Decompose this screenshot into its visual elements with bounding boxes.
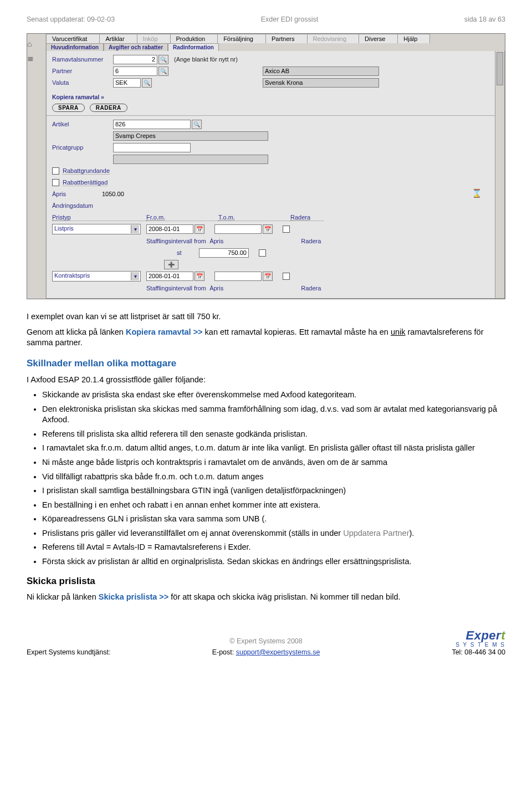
paragraph-3: Ni klickar på länken Skicka prislista >>… <box>27 592 505 603</box>
label-staffling-1: Stafflingsintervall from Àpris <box>146 238 223 244</box>
artikel-lookup-icon[interactable]: 🔍 <box>192 120 202 129</box>
rabattberattigad-checkbox[interactable] <box>52 179 59 186</box>
ramavtal-lookup-icon[interactable]: 🔍 <box>158 55 168 64</box>
radera-button[interactable]: RADERA <box>90 104 127 112</box>
label-valuta: Valuta <box>52 79 113 86</box>
list-item: I ramavtalet ska fr.o.m. datum alltid an… <box>42 443 505 454</box>
label-rabattgrundande: Rabattgrundande <box>63 167 110 175</box>
scrollbar-thumb[interactable] <box>497 52 503 85</box>
kopiera-ramavtal-link[interactable]: Kopiera ramavtal » <box>52 94 104 100</box>
tab-radinformation[interactable]: Radinformation <box>168 43 219 51</box>
tom-input-1[interactable] <box>214 224 262 234</box>
footer-copyright: © Expert Systems 2008 <box>149 637 383 645</box>
list-item: Första skick av prislistan är alltid en … <box>42 556 505 567</box>
pricatgrupp-input[interactable] <box>113 143 191 152</box>
valuta-lookup-icon[interactable]: 🔍 <box>142 78 152 88</box>
menu-diverse[interactable]: Diverse <box>359 34 398 43</box>
artikel-input[interactable]: 826 <box>113 120 191 129</box>
heading-skillnader: Skillnader mellan olika mottagare <box>27 357 505 370</box>
footer-tel: Tel: 08-446 34 00 <box>383 648 505 656</box>
heading-skicka-prislista: Skicka prislista <box>27 575 505 588</box>
tom-cal-icon-2[interactable]: 📅 <box>263 272 273 281</box>
home-icon[interactable]: ⌂ <box>27 39 45 48</box>
col-radera: Radera <box>290 214 324 221</box>
tab-avgifter[interactable]: Avgifter och rabatter <box>104 43 168 51</box>
label-artikel: Artikel <box>52 121 113 127</box>
add-staffling-icon[interactable]: ➕ <box>164 260 178 269</box>
label-radera-2b: Radera <box>301 285 321 291</box>
staff-radera-checkbox-1[interactable] <box>259 249 266 257</box>
paragraph-2: Genom att klicka på länken Kopiera ramav… <box>27 327 505 349</box>
footer-email: E-post: support@expertsystems.se <box>149 648 383 656</box>
tom-cal-icon-1[interactable]: 📅 <box>263 224 273 234</box>
menu-partners[interactable]: Partners <box>265 34 308 43</box>
label-partner: Partner <box>52 68 113 74</box>
document-body: I exemplet ovan kan vi se att listpriset… <box>27 311 505 603</box>
from-cal-icon-2[interactable]: 📅 <box>195 272 204 281</box>
partner-lookup-icon[interactable]: 🔍 <box>158 66 168 76</box>
list-item: Referens till Avtal = Avtals-ID = Ramavt… <box>42 542 505 553</box>
form-area: ⌛ Ramavtalsnummer 2 🔍 (Ange blankt för n… <box>46 51 505 299</box>
radera-checkbox-2[interactable] <box>283 273 290 280</box>
label-radera-1b: Radera <box>301 238 321 244</box>
list-icon[interactable]: ≣ <box>27 54 45 63</box>
menu-inkop[interactable]: Inköp <box>137 34 171 43</box>
list-item: Den elektroniska prislistan ska skickas … <box>42 404 505 426</box>
list-item: Ni måste ange både listpris och kontrakt… <box>42 457 505 468</box>
uppdatera-partner-text: Uppdatera Partner <box>343 529 409 538</box>
page-header: Senast uppdaterat: 09-02-03 Exder EDI gr… <box>27 16 505 23</box>
menu-hjalp[interactable]: Hjälp <box>397 34 430 43</box>
ramavtal-input[interactable]: 2 <box>113 55 157 64</box>
bullet-list: Skickande av prislista ska endast ske ef… <box>42 390 505 567</box>
from-input-2[interactable]: 2008-01-01 <box>146 272 193 281</box>
intro-line: I Axfood ESAP 20.1.4 grossistflöde gälle… <box>27 375 505 386</box>
staff-apris-input-1[interactable]: 750.00 <box>199 248 249 258</box>
col-pristyp: Pristyp <box>52 214 146 221</box>
tab-huvudinformation[interactable]: Huvudinformation <box>46 43 104 51</box>
ramavtal-note: (Ange blankt för nytt nr) <box>174 56 238 63</box>
from-cal-icon-1[interactable]: 📅 <box>195 224 204 234</box>
menu-produktion[interactable]: Produktion <box>170 34 218 43</box>
valuta-input[interactable]: SEK <box>113 78 141 88</box>
label-st: st <box>177 249 199 256</box>
menu-varucertifikat[interactable]: Varucertifikat <box>46 34 100 43</box>
page-footer: Expert Systems kundtjänst: © Expert Syst… <box>27 628 505 656</box>
menu-forsaljning[interactable]: Försäljning <box>217 34 266 43</box>
footer-left: Expert Systems kundtjänst: <box>27 648 149 656</box>
menu-redovisning[interactable]: Redovisning <box>307 34 360 43</box>
col-from: Fr.o.m. <box>146 214 218 221</box>
pristyp-select-1[interactable]: Listpris <box>52 224 141 234</box>
app-window: ⌂ ≣ Varucertifikat Artiklar Inköp Produk… <box>27 33 505 299</box>
hourglass-icon: ⌛ <box>472 188 482 198</box>
footer-email-link[interactable]: support@expertsystems.se <box>236 648 320 656</box>
scrollbar[interactable] <box>495 51 504 298</box>
radera-checkbox-1[interactable] <box>283 226 290 233</box>
spara-button[interactable]: SPARA <box>52 104 85 112</box>
col-tom: T.o.m. <box>218 214 290 221</box>
apris-value: 1050.00 <box>102 191 124 197</box>
menu-artiklar[interactable]: Artiklar <box>99 34 137 43</box>
partner-id-input[interactable]: 6 <box>113 66 157 76</box>
list-item: I prislistan skall samtliga beställnings… <box>42 485 505 497</box>
expert-logo: Expert S Y S T E M S <box>383 628 505 648</box>
list-item: Skickande av prislista ska endast ske ef… <box>42 390 505 401</box>
label-andringsdatum: Ändringsdatum <box>52 202 113 209</box>
from-input-1[interactable]: 2008-01-01 <box>146 224 193 234</box>
app-left-gutter: ⌂ ≣ <box>27 34 46 299</box>
label-staffling-2: Stafflingsintervall from Àpris <box>146 285 223 291</box>
list-item: Referens till prislista ska alltid refer… <box>42 429 505 440</box>
list-item: En beställning i en enhet och rabatt i e… <box>42 500 505 511</box>
skicka-prislista-inline-link: Skicka prislista >> <box>99 592 169 601</box>
pristyp-select-2[interactable]: Kontraktspris <box>52 271 141 282</box>
doc-title: Exder EDI grossist <box>261 16 319 23</box>
valuta-name-display: Svensk Krona <box>263 78 379 88</box>
menubar: Varucertifikat Artiklar Inköp Produktion… <box>46 34 505 43</box>
kopiera-ramavtal-inline-link: Kopiera ramavtal >> <box>126 328 203 336</box>
list-item: Prislistans pris gäller vid leveranstill… <box>42 528 505 539</box>
tom-input-2[interactable] <box>214 272 262 281</box>
label-pricatgrupp: Pricatgrupp <box>52 144 113 151</box>
rabattgrundande-checkbox[interactable] <box>52 167 59 175</box>
pricatgrupp-name-display <box>113 155 268 164</box>
partner-name-display: Axico AB <box>263 66 379 76</box>
list-item: Vid tillfälligt rabattpris ska både fr.o… <box>42 472 505 483</box>
